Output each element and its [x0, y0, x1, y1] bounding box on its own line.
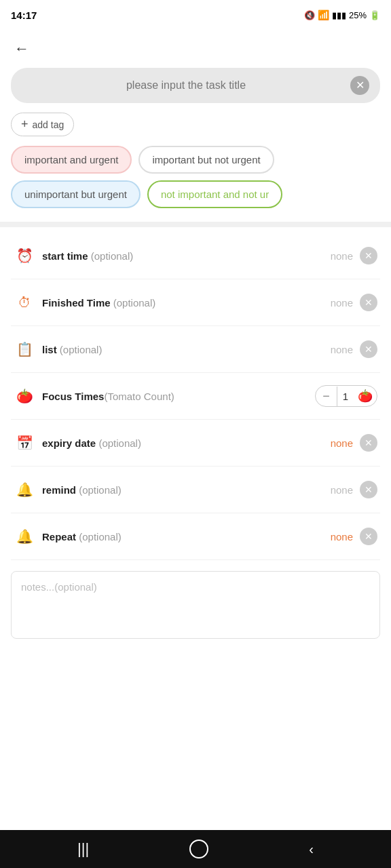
list-row[interactable]: 📋 list (optional) none ✕ [11, 326, 380, 373]
back-arrow-icon: ← [14, 40, 29, 58]
clear-icon: ✕ [365, 344, 373, 354]
tomato-icon: 🍅 [354, 386, 377, 406]
finished-time-label: Finished Time (optional) [42, 297, 331, 309]
tomato-counter[interactable]: − 1 🍅 [315, 385, 377, 407]
finished-time-icon: ⏱ [14, 292, 35, 313]
plus-icon: + [21, 117, 29, 132]
main-content: ✕ + add tag important and urgent importa… [0, 68, 391, 830]
finished-time-value: none [331, 297, 353, 309]
start-time-value: none [331, 250, 353, 262]
bottom-nav: ||| ‹ [0, 830, 391, 868]
tag-not-important-not-urgent[interactable]: not important and not ur [147, 180, 282, 208]
focus-times-icon: 🍅 [14, 385, 35, 407]
finished-time-clear-button[interactable]: ✕ [360, 294, 377, 311]
back-nav-icon: ‹ [309, 842, 314, 857]
back-nav-button[interactable]: ‹ [309, 842, 314, 857]
tomato-decrement-button[interactable]: − [316, 387, 337, 406]
repeat-value: none [331, 531, 353, 542]
list-value: none [331, 344, 353, 355]
focus-times-label: Focus Times(Tomato Count) [42, 391, 315, 402]
tag-unimportant-urgent[interactable]: unimportant but urgent [11, 180, 141, 208]
add-tag-button[interactable]: + add tag [11, 113, 74, 136]
signal-icon: ▮▮▮ [332, 10, 346, 20]
clear-icon: ✕ [365, 532, 373, 541]
tomato-count-value: 1 [337, 388, 354, 405]
notes-area[interactable]: notes...(optional) [11, 571, 380, 639]
recent-apps-icon: ||| [77, 840, 89, 858]
status-icons: 🔇 📶 ▮▮▮ 25% 🔋 [304, 9, 380, 20]
top-nav: ← [0, 30, 391, 68]
start-time-label: start time (optional) [42, 250, 331, 262]
clear-icon: ✕ [356, 80, 365, 91]
mute-icon: 🔇 [304, 10, 315, 20]
home-icon [189, 840, 208, 859]
title-input[interactable] [22, 79, 350, 92]
clear-icon: ✕ [365, 485, 373, 494]
back-button[interactable]: ← [8, 35, 35, 62]
battery-percent: 25% [349, 10, 367, 20]
form-section: ⏰ start time (optional) none ✕ ⏱ Finishe… [11, 233, 380, 560]
repeat-label: Repeat (optional) [42, 531, 331, 542]
focus-times-row[interactable]: 🍅 Focus Times(Tomato Count) − 1 🍅 [11, 373, 380, 420]
remind-icon: 🔔 [14, 479, 35, 500]
repeat-icon: 🔔 [14, 526, 35, 547]
status-bar: 14:17 🔇 📶 ▮▮▮ 25% 🔋 [0, 0, 391, 30]
expiry-date-icon: 📅 [14, 432, 35, 454]
list-label: list (optional) [42, 344, 331, 355]
list-clear-button[interactable]: ✕ [360, 340, 377, 358]
recent-apps-button[interactable]: ||| [77, 840, 89, 858]
remind-clear-button[interactable]: ✕ [360, 481, 377, 498]
add-tag-label: add tag [33, 119, 64, 130]
list-icon: 📋 [14, 338, 35, 360]
clear-icon: ✕ [365, 298, 373, 307]
section-divider [0, 222, 391, 227]
expiry-date-value: none [331, 437, 353, 449]
priority-tags: important and urgent important but not u… [11, 146, 380, 208]
expiry-date-clear-button[interactable]: ✕ [360, 434, 377, 452]
start-time-icon: ⏰ [14, 245, 35, 267]
tag-important-urgent[interactable]: important and urgent [11, 146, 132, 174]
status-time: 14:17 [11, 9, 37, 21]
expiry-date-row[interactable]: 📅 expiry date (optional) none ✕ [11, 420, 380, 467]
repeat-clear-button[interactable]: ✕ [360, 528, 377, 545]
remind-label: remind (optional) [42, 484, 331, 496]
home-button[interactable] [189, 840, 208, 859]
tag-important-not-urgent[interactable]: important but not urgent [138, 146, 274, 174]
title-input-row: ✕ [11, 68, 380, 103]
remind-row[interactable]: 🔔 remind (optional) none ✕ [11, 467, 380, 513]
notes-placeholder: notes...(optional) [21, 581, 97, 593]
clear-title-button[interactable]: ✕ [350, 76, 369, 95]
repeat-row[interactable]: 🔔 Repeat (optional) none ✕ [11, 513, 380, 560]
remind-value: none [331, 484, 353, 496]
clear-icon: ✕ [365, 251, 373, 260]
start-time-row[interactable]: ⏰ start time (optional) none ✕ [11, 233, 380, 279]
expiry-date-label: expiry date (optional) [42, 437, 331, 449]
battery-icon: 🔋 [369, 10, 380, 20]
start-time-clear-button[interactable]: ✕ [360, 247, 377, 264]
clear-icon: ✕ [365, 438, 373, 448]
finished-time-row[interactable]: ⏱ Finished Time (optional) none ✕ [11, 279, 380, 326]
wifi-icon: 📶 [318, 9, 329, 20]
